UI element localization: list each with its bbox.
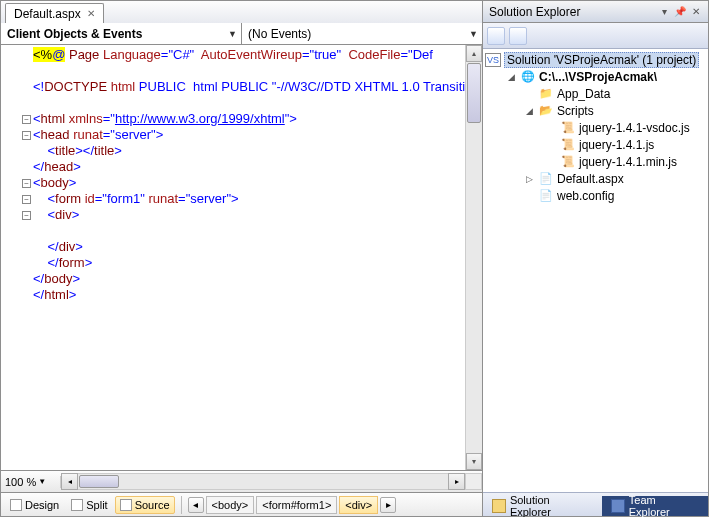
nav-back-button[interactable]: ◂ [188,497,204,513]
pin-icon[interactable]: 📌 [674,6,686,17]
solution-label: Solution 'VSProjeAcmak' (1 project) [504,52,699,68]
chevron-down-icon: ▼ [38,477,46,486]
split-view-button[interactable]: Split [66,496,112,514]
dropdown-row: Client Objects & Events ▼ (No Events) ▼ [1,23,482,45]
scroll-up-icon[interactable]: ▴ [466,45,482,62]
objects-dropdown[interactable]: Client Objects & Events ▼ [1,23,242,44]
design-view-button[interactable]: Design [5,496,64,514]
panel-title-label: Solution Explorer [489,5,580,19]
js-file-icon: 📜 [560,155,576,169]
close-icon[interactable]: ✕ [87,8,95,19]
events-dropdown[interactable]: (No Events) ▼ [242,23,482,44]
solution-node[interactable]: VS Solution 'VSProjeAcmak' (1 project) [485,51,706,68]
scroll-left-icon[interactable]: ◂ [61,473,78,490]
fold-icon[interactable]: − [22,115,31,124]
scroll-corner [465,473,482,490]
horizontal-scrollbar[interactable]: ◂ ▸ [61,473,465,490]
file-aspx[interactable]: ▷ 📄 Default.aspx [485,170,706,187]
aspx-file-icon: 📄 [538,172,554,186]
panel-tabs: Solution Explorer Team Explorer [483,492,708,516]
tab-row: Default.aspx ✕ [1,1,482,23]
scroll-thumb[interactable] [467,63,481,123]
separator [181,496,182,514]
scroll-thumb[interactable] [79,475,119,488]
fold-icon[interactable]: − [22,195,31,204]
vertical-scrollbar[interactable]: ▴ ▾ [465,45,482,470]
file-js[interactable]: 📜 jquery-1.4.1.min.js [485,153,706,170]
fold-icon[interactable]: − [22,131,31,140]
zoom-dropdown[interactable]: 100 % ▼ [1,476,61,488]
chevron-down-icon: ▼ [469,29,478,39]
code-area[interactable]: − − − − − <%@ Page Language="C#" AutoEve… [1,45,482,470]
split-icon [71,499,83,511]
design-icon [10,499,22,511]
solution-icon: VS [485,53,501,67]
properties-icon[interactable] [487,27,505,45]
js-file-icon: 📜 [560,138,576,152]
tab-solution-explorer[interactable]: Solution Explorer [483,496,602,516]
expander-icon[interactable]: ◢ [506,72,517,82]
events-dropdown-label: (No Events) [248,27,311,41]
solution-explorer-panel: Solution Explorer ▾ 📌 ✕ VS Solution 'VSP… [483,0,709,517]
file-js[interactable]: 📜 jquery-1.4.1.js [485,136,706,153]
source-icon [120,499,132,511]
nav-forward-button[interactable]: ▸ [380,497,396,513]
breadcrumb-div[interactable]: <div> [339,496,378,514]
panel-titlebar: Solution Explorer ▾ 📌 ✕ [483,1,708,23]
scroll-down-icon[interactable]: ▾ [466,453,482,470]
expander-icon[interactable]: ◢ [524,106,535,116]
team-explorer-icon [611,499,625,513]
config-file-icon: 📄 [538,189,554,203]
folder-icon: 📁 [538,87,554,101]
project-label: C:\...\VSProjeAcmak\ [539,70,657,84]
fold-icon[interactable]: − [22,211,31,220]
solution-tree[interactable]: VS Solution 'VSProjeAcmak' (1 project) ◢… [483,49,708,492]
breadcrumb-form[interactable]: <form#form1> [256,496,337,514]
solution-explorer-icon [492,499,506,513]
viewmode-row: Design Split Source ◂ <body> <form#form1… [1,492,482,516]
panel-toolbar [483,23,708,49]
folder-scripts[interactable]: ◢ 📂 Scripts [485,102,706,119]
source-view-button[interactable]: Source [115,496,175,514]
zoom-label: 100 % [5,476,36,488]
code-text[interactable]: <%@ Page Language="C#" AutoEventWireup="… [33,45,465,470]
expander-icon[interactable]: ▷ [524,174,535,184]
scroll-right-icon[interactable]: ▸ [448,473,465,490]
panel-menu-icon[interactable]: ▾ [658,6,670,17]
file-js[interactable]: 📜 jquery-1.4.1-vsdoc.js [485,119,706,136]
tab-team-explorer[interactable]: Team Explorer [602,496,708,516]
js-file-icon: 📜 [560,121,576,135]
refresh-icon[interactable] [509,27,527,45]
folder-appdata[interactable]: 📁 App_Data [485,85,706,102]
fold-gutter: − − − − − [1,45,33,470]
objects-dropdown-label: Client Objects & Events [7,27,142,41]
project-node[interactable]: ◢ 🌐 C:\...\VSProjeAcmak\ [485,68,706,85]
close-icon[interactable]: ✕ [690,6,702,17]
file-tab-label: Default.aspx [14,7,81,21]
breadcrumb-body[interactable]: <body> [206,496,255,514]
editor-pane: Default.aspx ✕ Client Objects & Events ▼… [0,0,483,517]
file-tab-default[interactable]: Default.aspx ✕ [5,3,104,23]
file-config[interactable]: 📄 web.config [485,187,706,204]
chevron-down-icon: ▼ [228,29,237,39]
project-icon: 🌐 [520,70,536,84]
status-row: 100 % ▼ ◂ ▸ [1,470,482,492]
folder-icon: 📂 [538,104,554,118]
fold-icon[interactable]: − [22,179,31,188]
